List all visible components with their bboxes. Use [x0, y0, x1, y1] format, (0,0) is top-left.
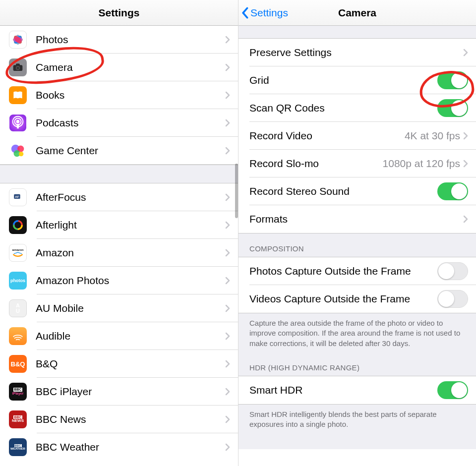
- chevron-right-icon: [225, 443, 230, 451]
- row-label: Amazon: [36, 247, 225, 259]
- row-audible[interactable]: Audible: [0, 322, 238, 350]
- row-label: Afterlight: [36, 219, 225, 231]
- row-label: Podcasts: [36, 117, 225, 129]
- bq-icon: B&Q: [9, 355, 27, 373]
- chevron-right-icon: [225, 360, 230, 368]
- row-formats[interactable]: Formats: [238, 205, 476, 233]
- photos-outside-toggle[interactable]: [437, 262, 468, 280]
- row-books[interactable]: Books: [0, 81, 238, 109]
- afterfocus-icon: AF: [9, 188, 27, 206]
- row-label: Smart HDR: [249, 384, 437, 396]
- group-separator: [238, 26, 476, 39]
- row-grid: Grid: [238, 66, 476, 94]
- amazon-icon: amazon: [9, 244, 27, 262]
- row-afterfocus[interactable]: AF AfterFocus: [0, 183, 238, 211]
- svg-point-13: [16, 120, 20, 123]
- row-bbc-weather[interactable]: BBCWEATHER BBC Weather: [0, 433, 238, 461]
- row-stereo-sound: Record Stereo Sound: [238, 177, 476, 205]
- chevron-right-icon: [463, 215, 468, 223]
- bbc-weather-icon: BBCWEATHER: [9, 438, 27, 456]
- row-label: Audible: [36, 330, 225, 342]
- row-photos[interactable]: Photos: [0, 26, 238, 54]
- chevron-right-icon: [225, 91, 230, 99]
- composition-footer: Capture the area outside the frame of th…: [238, 313, 476, 356]
- row-label: Record Stereo Sound: [249, 185, 437, 197]
- row-label: Camera: [36, 61, 225, 73]
- row-label: Photos: [36, 34, 225, 46]
- smart-hdr-toggle[interactable]: [437, 381, 468, 399]
- row-label: Scan QR Codes: [249, 102, 437, 114]
- chevron-right-icon: [463, 160, 468, 168]
- row-afterlight[interactable]: Afterlight: [0, 211, 238, 239]
- row-preserve-settings[interactable]: Preserve Settings: [238, 39, 476, 66]
- svg-text:amazon: amazon: [12, 248, 23, 251]
- row-label: Game Center: [36, 145, 225, 157]
- amazon-photos-icon: photos: [9, 272, 27, 290]
- row-scan-qr: Scan QR Codes: [238, 94, 476, 122]
- row-videos-outside-frame: Videos Capture Outside the Frame: [238, 285, 476, 313]
- back-label: Settings: [250, 7, 288, 19]
- chevron-right-icon: [225, 249, 230, 257]
- row-label: B&Q: [36, 358, 225, 370]
- photos-icon: [9, 31, 27, 49]
- chevron-right-icon: [225, 193, 230, 201]
- au-mobile-icon: AU: [9, 299, 27, 317]
- hdr-footer: Smart HDR intelligently blends the best …: [238, 404, 476, 450]
- row-amazon[interactable]: amazon Amazon: [0, 239, 238, 267]
- svg-text:AF: AF: [15, 195, 19, 198]
- chevron-right-icon: [225, 304, 230, 312]
- chevron-right-icon: [225, 415, 230, 423]
- row-value: 4K at 30 fps: [405, 130, 460, 142]
- chevron-right-icon: [225, 388, 230, 396]
- row-au-mobile[interactable]: AU AU Mobile: [0, 294, 238, 322]
- chevron-right-icon: [225, 119, 230, 127]
- row-label: BBC iPlayer: [36, 386, 225, 398]
- row-label: Photos Capture Outside the Frame: [249, 265, 437, 277]
- row-bbc-news[interactable]: BBCNEWS BBC News: [0, 406, 238, 433]
- settings-header: Settings: [0, 0, 238, 26]
- podcasts-icon: [9, 114, 27, 132]
- row-record-slomo[interactable]: Record Slo-mo 1080p at 120 fps: [238, 150, 476, 177]
- camera-header: Settings Camera: [238, 0, 476, 26]
- row-camera[interactable]: Camera: [0, 54, 238, 81]
- row-podcasts[interactable]: Podcasts: [0, 109, 238, 137]
- chevron-right-icon: [225, 277, 230, 285]
- row-bq[interactable]: B&Q B&Q: [0, 350, 238, 378]
- books-icon: [9, 86, 27, 104]
- settings-title: Settings: [99, 7, 140, 19]
- row-photos-outside-frame: Photos Capture Outside the Frame: [238, 257, 476, 285]
- chevron-right-icon: [225, 332, 230, 340]
- stereo-toggle[interactable]: [437, 182, 468, 200]
- scan-qr-toggle[interactable]: [437, 99, 468, 117]
- chevron-right-icon: [225, 63, 230, 71]
- row-bbc-iplayer[interactable]: BBCiPlayer BBC iPlayer: [0, 378, 238, 406]
- back-button[interactable]: Settings: [238, 7, 288, 19]
- row-label: AU Mobile: [36, 302, 225, 314]
- row-label: BBC Weather: [36, 441, 225, 453]
- screenshot-root: Settings Photos: [0, 0, 476, 466]
- row-record-video[interactable]: Record Video 4K at 30 fps: [238, 122, 476, 150]
- row-label: Books: [36, 89, 225, 101]
- row-label: Grid: [249, 74, 437, 86]
- row-amazon-photos[interactable]: photos Amazon Photos: [0, 267, 238, 294]
- row-label: Record Slo-mo: [249, 158, 383, 170]
- chevron-right-icon: [225, 221, 230, 229]
- hdr-header: HDR (HIGH DYNAMIC RANGE): [238, 356, 476, 376]
- group-separator: [0, 165, 238, 183]
- svg-point-11: [17, 67, 19, 69]
- chevron-right-icon: [225, 36, 230, 44]
- svg-point-19: [19, 152, 23, 156]
- composition-header: COMPOSITION: [238, 233, 476, 257]
- row-label: Record Video: [249, 130, 405, 142]
- chevron-left-icon: [241, 7, 249, 19]
- row-label: AfterFocus: [36, 191, 225, 203]
- row-smart-hdr: Smart HDR: [238, 376, 476, 404]
- videos-outside-toggle[interactable]: [437, 290, 468, 308]
- row-gamecenter[interactable]: Game Center: [0, 137, 238, 165]
- bbc-news-icon: BBCNEWS: [9, 410, 27, 428]
- row-value: 1080p at 120 fps: [383, 158, 460, 170]
- row-label: Videos Capture Outside the Frame: [249, 293, 437, 305]
- row-label: Preserve Settings: [249, 47, 463, 58]
- camera-pane: Settings Camera Preserve Settings Grid S…: [238, 0, 476, 466]
- grid-toggle[interactable]: [437, 71, 468, 89]
